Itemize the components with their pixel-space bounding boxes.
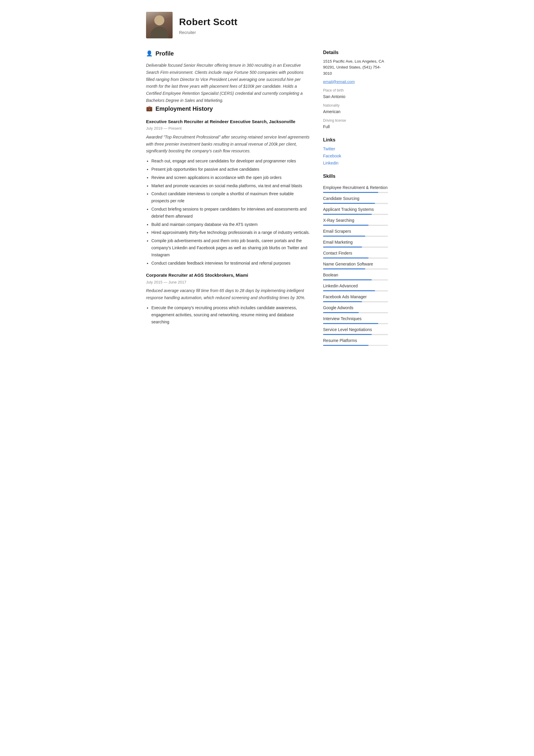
header: Robert Scott Recruiter	[146, 12, 388, 39]
employment-icon: 💼	[146, 104, 153, 113]
skill-item-0: Employee Recruitment & Retention	[323, 182, 388, 193]
candidate-subtitle: Recruiter	[179, 30, 238, 36]
link-item-facebook[interactable]: Facebook	[323, 153, 388, 159]
place-of-birth-label: Place of birth	[323, 88, 388, 93]
job-summary-1: Reduced average vacancy fill time from 6…	[146, 287, 311, 302]
driving-license-label: Driving license	[323, 118, 388, 123]
bullet-1-0: Execute the company's recruiting process…	[151, 305, 311, 325]
bullet-0-5: Conduct briefing sessions to prepare can…	[151, 206, 311, 220]
skill-item-11: Google Adwords	[323, 302, 388, 313]
bullet-0-2: Review and screen applications in accord…	[151, 174, 311, 181]
links-title: Links	[323, 136, 388, 144]
employment-section: 💼 Employment History Executive Search Re…	[146, 104, 311, 326]
skill-name-9: Linkedin Advanced	[323, 281, 388, 290]
bullet-0-0: Reach out, engage and secure candidates …	[151, 158, 311, 165]
skill-item-5: Email Marketing	[323, 237, 388, 248]
skill-item-9: Linkedin Advanced	[323, 281, 388, 291]
place-of-birth-value: San Antonio	[323, 94, 388, 100]
resume-page: Robert Scott Recruiter 👤 Profile Deliver…	[134, 0, 400, 358]
skill-name-1: Candidate Sourcing	[323, 193, 388, 203]
skill-item-2: Applicant Tracking Systems	[323, 204, 388, 215]
skill-item-14: Resume Platforms	[323, 335, 388, 346]
job-title-1: Corporate Recruiter at AGS Stockbrokers,…	[146, 272, 311, 279]
profile-icon: 👤	[146, 50, 153, 58]
job-item-0: Executive Search Recruiter at Reindeer E…	[146, 119, 311, 267]
skills-title: Skills	[323, 173, 388, 180]
details-address: 1515 Pacific Ave, Los Angeles, CA 90291,…	[323, 59, 388, 76]
skill-name-5: Email Marketing	[323, 237, 388, 247]
job-bullets-1: Execute the company's recruiting process…	[146, 305, 311, 325]
skill-item-3: X-Ray Searching	[323, 215, 388, 226]
job-item-1: Corporate Recruiter at AGS Stockbrokers,…	[146, 272, 311, 325]
job-summary-0: Awarded "Top Recruitment Professional" a…	[146, 134, 311, 155]
link-item-twitter[interactable]: Twitter	[323, 146, 388, 152]
job-dates-0: July 2019 — Present	[146, 125, 311, 131]
bullet-0-4: Conduct candidate interviews to compile …	[151, 190, 311, 205]
skill-item-6: Contact Finders	[323, 248, 388, 259]
jobs-container: Executive Search Recruiter at Reindeer E…	[146, 119, 311, 326]
details-email[interactable]: email@email.com	[323, 79, 355, 84]
driving-license-value: Full	[323, 124, 388, 130]
skill-name-14: Resume Platforms	[323, 335, 388, 345]
skill-bar-14	[323, 345, 369, 346]
skill-item-8: Boolean	[323, 270, 388, 281]
skill-name-2: Applicant Tracking Systems	[323, 204, 388, 214]
job-bullets-0: Reach out, engage and secure candidates …	[146, 158, 311, 267]
skill-name-7: Name Generation Software	[323, 259, 388, 268]
job-dates-1: July 2015 — June 2017	[146, 279, 311, 285]
skill-name-3: X-Ray Searching	[323, 215, 388, 225]
bullet-0-6: Build and maintain company database via …	[151, 221, 311, 228]
skill-name-6: Contact Finders	[323, 248, 388, 257]
candidate-name: Robert Scott	[179, 15, 238, 29]
skill-name-4: Email Scrapers	[323, 226, 388, 236]
skill-name-8: Boolean	[323, 270, 388, 279]
skills-container: Employee Recruitment & RetentionCandidat…	[323, 182, 388, 346]
nationality-value: American	[323, 109, 388, 115]
bullet-0-1: Present job opportunities for passive an…	[151, 166, 311, 173]
skill-name-0: Employee Recruitment & Retention	[323, 182, 388, 192]
details-title: Details	[323, 49, 388, 56]
header-info: Robert Scott Recruiter	[179, 15, 238, 36]
employment-section-title: 💼 Employment History	[146, 104, 311, 113]
sidebar: Details 1515 Pacific Ave, Los Angeles, C…	[323, 49, 388, 346]
links-container: TwitterFacebookLinkedin	[323, 146, 388, 166]
skill-item-1: Candidate Sourcing	[323, 193, 388, 204]
skill-item-7: Name Generation Software	[323, 259, 388, 270]
avatar	[146, 12, 173, 39]
skill-item-13: Service Level Negotiations	[323, 324, 388, 335]
profile-section: 👤 Profile Deliverable focused Senior Rec…	[146, 49, 311, 104]
bullet-0-9: Conduct candidate feedback interviews fo…	[151, 260, 311, 267]
bullet-0-3: Market and promote vacancies on social m…	[151, 182, 311, 190]
profile-text: Deliverable focused Senior Recruiter off…	[146, 62, 311, 104]
skill-item-10: Facebook Ads Manager	[323, 291, 388, 302]
nationality-label: Nationality	[323, 103, 388, 108]
skill-name-11: Google Adwords	[323, 302, 388, 312]
skill-name-10: Facebook Ads Manager	[323, 291, 388, 301]
skill-name-12: Interview Techniques	[323, 313, 388, 323]
skill-item-4: Email Scrapers	[323, 226, 388, 237]
bullet-0-8: Compile job advertisements and post them…	[151, 237, 311, 258]
profile-section-title: 👤 Profile	[146, 49, 311, 58]
skill-bar-container-14	[323, 345, 388, 346]
job-title-0: Executive Search Recruiter at Reindeer E…	[146, 119, 311, 125]
skill-item-12: Interview Techniques	[323, 313, 388, 324]
link-item-linkedin[interactable]: Linkedin	[323, 160, 388, 166]
skill-name-13: Service Level Negotiations	[323, 324, 388, 334]
two-col-layout: 👤 Profile Deliverable focused Senior Rec…	[146, 49, 388, 346]
bullet-0-7: Hired approximately thirty-five technolo…	[151, 229, 311, 236]
main-column: 👤 Profile Deliverable focused Senior Rec…	[146, 49, 311, 346]
